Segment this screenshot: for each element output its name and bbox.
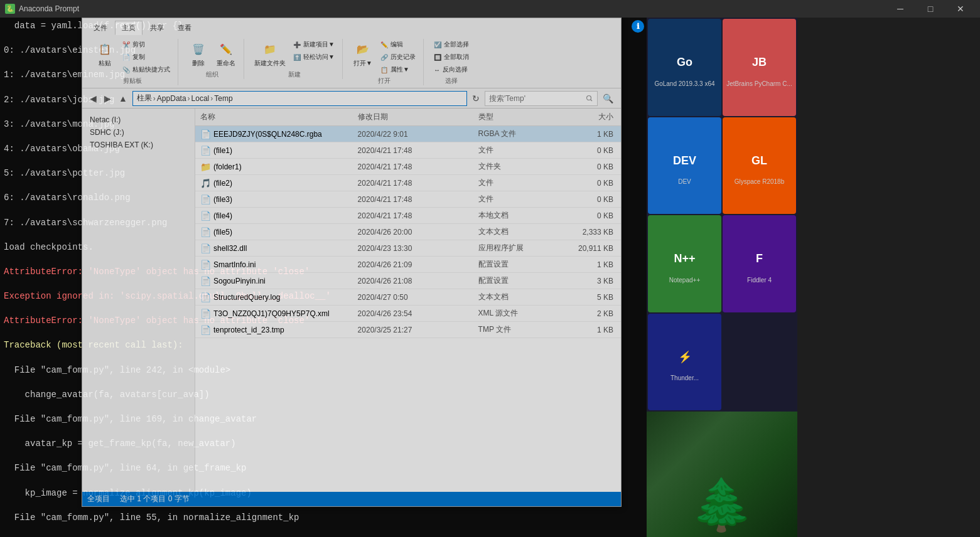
edit-label: 编辑 <box>390 40 403 49</box>
ribbon-tab-查看[interactable]: 查看 <box>171 21 198 35</box>
table-row[interactable]: 📄 SmartInfo.ini 2020/4/26 21:09 配置设置 1 K… <box>195 257 621 273</box>
history-label: 历史记录 <box>390 53 416 61</box>
table-row[interactable]: 📄 tenprotect_id_23.tmp 2020/3/25 21:27 T… <box>195 322 621 338</box>
delete-label: 删除 <box>192 59 205 68</box>
sidebar-app-2[interactable]: DEV DEV <box>648 117 721 215</box>
col-type[interactable]: 类型 <box>473 110 557 124</box>
delete-button[interactable]: 🗑️ 删除 <box>186 39 211 69</box>
file-size-cell: 0 KB <box>557 194 621 205</box>
new-group-label: 新建 <box>288 70 301 79</box>
ribbon-tab-共享[interactable]: 共享 <box>144 21 170 35</box>
cut-icon: ✂️ <box>122 41 130 48</box>
table-row[interactable]: 📄 EEEJD9ZJY(0S$QLN248C.rgba 2020/4/22 9:… <box>195 126 621 142</box>
refresh-button[interactable]: ↻ <box>470 92 482 105</box>
file-name-text: StructuredQuery.log <box>213 293 281 302</box>
sidebar-app-1[interactable]: JB JetBrains PyCharm C... <box>723 19 796 116</box>
sidebar-app-6[interactable]: ⚡ Thunder... <box>648 314 721 411</box>
app-icon: 🐍 <box>5 4 15 14</box>
nav-item-netac[interactable]: Netac (I:) <box>85 114 192 126</box>
app-label-4: Notepad++ <box>669 277 701 284</box>
select-all-button[interactable]: ☑️ 全部选择 <box>431 39 471 50</box>
sidebar-app-4[interactable]: N++ Notepad++ <box>648 215 721 312</box>
file-type-icon: 📄 <box>200 227 211 237</box>
rename-button[interactable]: ✏️ 重命名 <box>213 39 239 69</box>
maximize-button[interactable]: □ <box>916 0 945 18</box>
search-input[interactable] <box>485 91 598 106</box>
tree-decoration: 🌲 <box>691 476 753 537</box>
sidebar-app-5[interactable]: F Fiddler 4 <box>723 215 796 312</box>
nav-item-sdhc[interactable]: SDHC (J:) <box>85 126 192 139</box>
table-row[interactable]: 📄 shell32.dll 2020/4/23 13:30 应用程序扩展 20,… <box>195 240 621 257</box>
minimize-button[interactable]: ─ <box>886 0 915 18</box>
path-part-3: Local <box>191 94 210 103</box>
search-button[interactable]: 🔍 <box>600 92 616 105</box>
table-row[interactable]: 📄 (file1) 2020/4/21 17:48 文件 0 KB <box>195 142 621 159</box>
address-path[interactable]: 柱果 › AppData › Local › Temp <box>132 91 467 106</box>
col-name[interactable]: 名称 <box>195 110 353 124</box>
new-folder-button[interactable]: 📁 新建文件夹 <box>252 39 288 69</box>
table-row[interactable]: 📄 StructuredQuery.log 2020/4/27 0:50 文本文… <box>195 289 621 306</box>
nav-item-toshiba[interactable]: TOSHIBA EXT (K:) <box>85 139 192 151</box>
table-row[interactable]: 📄 T3O_NZZ0QJ1)7Q09HY5P7Q.xml 2020/4/26 2… <box>195 306 621 322</box>
file-size-cell: 0 KB <box>557 145 621 156</box>
file-rows-container: 📄 EEEJD9ZJY(0S$QLN248C.rgba 2020/4/22 9:… <box>195 126 621 338</box>
rename-label: 重命名 <box>217 59 235 68</box>
file-name-cell: 📄 (file5) <box>195 226 353 238</box>
file-name-cell: 📄 (file4) <box>195 210 353 222</box>
table-row[interactable]: 🎵 (file2) 2020/4/21 17:48 文件 0 KB <box>195 175 621 191</box>
file-name-cell: 📄 shell32.dll <box>195 242 353 255</box>
file-date-cell: 2020/4/23 13:30 <box>353 243 473 254</box>
new-folder-icon: 📁 <box>261 40 279 58</box>
file-type-icon: 📄 <box>200 194 211 205</box>
info-icon[interactable]: ℹ <box>632 20 644 33</box>
table-row[interactable]: 📄 (file4) 2020/4/21 17:48 本地文档 0 KB <box>195 208 621 224</box>
shortcut-label: 粘贴快捷方式 <box>132 65 170 74</box>
terminal-line: File "cam_fomm.py", line 55, in normaliz… <box>1 512 645 524</box>
up-button[interactable]: ▲ <box>116 92 130 105</box>
copy-button[interactable]: 📄 复制 <box>120 51 173 63</box>
invert-selection-button[interactable]: ↔️ 反向选择 <box>431 64 471 75</box>
table-row[interactable]: 📄 (file5) 2020/4/26 20:00 文本文档 2,333 KB <box>195 224 621 240</box>
file-type-cell: RGBA 文件 <box>473 127 557 141</box>
forward-button[interactable]: ▶ <box>102 92 114 105</box>
file-name-cell: 🎵 (file2) <box>195 177 353 189</box>
shortcut-button[interactable]: 📎 粘贴快捷方式 <box>120 64 173 75</box>
paste-label: 粘贴 <box>99 59 111 68</box>
deselect-all-button[interactable]: 🔲 全部取消 <box>431 51 471 63</box>
file-name-text: EEEJD9ZJY(0S$QLN248C.rgba <box>213 130 322 139</box>
cut-button[interactable]: ✂️ 剪切 <box>120 39 173 50</box>
col-size[interactable]: 大小 <box>557 110 621 124</box>
file-name-cell: 📄 tenprotect_id_23.tmp <box>195 324 353 336</box>
table-row[interactable]: 📁 (folder1) 2020/4/21 17:48 文件夹 0 KB <box>195 159 621 175</box>
file-type-cell: 配置设置 <box>473 274 557 287</box>
table-row[interactable]: 📄 SogouPinyin.ini 2020/4/26 21:08 配置设置 3… <box>195 273 621 289</box>
col-date[interactable]: 修改日期 <box>353 110 473 124</box>
easy-access-button[interactable]: ⬆️ 轻松访问▼ <box>291 51 337 63</box>
file-date-cell: 2020/3/25 21:27 <box>353 324 473 336</box>
table-row[interactable]: 📄 (file3) 2020/4/21 17:48 文件 0 KB <box>195 191 621 208</box>
history-button[interactable]: 🔗 历史记录 <box>378 51 418 63</box>
paste-button[interactable]: 📋 粘贴 <box>92 39 117 75</box>
ribbon-tab-主页[interactable]: 主页 <box>115 21 143 35</box>
file-date-cell: 2020/4/21 17:48 <box>353 194 473 205</box>
edit-button[interactable]: ✏️ 编辑 <box>378 39 418 50</box>
open-button[interactable]: 📂 打开▼ <box>350 39 375 75</box>
file-type-icon: 📄 <box>200 325 211 335</box>
file-size-cell: 20,911 KB <box>557 243 621 254</box>
back-button[interactable]: ◀ <box>87 92 99 105</box>
file-name-text: (file4) <box>213 211 232 220</box>
sidebar-app-0[interactable]: Go GoLand 2019.3.3 x64 <box>648 19 721 116</box>
organize-actions: 🗑️ 删除 ✏️ 重命名 <box>186 39 239 69</box>
props-button[interactable]: 📋 属性▼ <box>378 64 418 75</box>
sidebar-app-3[interactable]: GL Glyspace R2018b <box>723 117 796 215</box>
file-date-cell: 2020/4/26 23:54 <box>353 308 473 319</box>
deselect-label: 全部取消 <box>444 53 469 61</box>
select-group-label: 选择 <box>445 77 458 85</box>
new-item-button[interactable]: ➕ 新建项目▼ <box>291 39 337 50</box>
file-list-container: Netac (I:) SDHC (J:) TOSHIBA EXT (K:) 名称… <box>82 109 621 492</box>
ribbon-tab-文件[interactable]: 文件 <box>87 21 114 35</box>
file-list-header: 名称 修改日期 类型 大小 <box>195 109 621 126</box>
app-label-0: GoLand 2019.3.3 x64 <box>654 80 714 87</box>
close-button[interactable]: ✕ <box>946 0 975 18</box>
path-part-4: Temp <box>214 94 232 103</box>
